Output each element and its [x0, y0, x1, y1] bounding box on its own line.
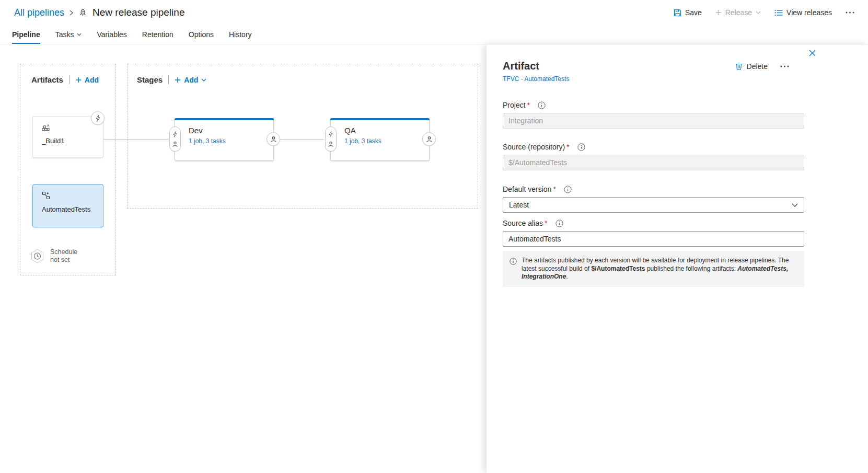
- release-button[interactable]: Release: [715, 8, 761, 17]
- divider: [168, 75, 169, 84]
- artifact-source-link[interactable]: TFVC - AutomatedTests: [503, 75, 569, 83]
- artifact-properties-panel: Artifact Delete: [487, 44, 868, 473]
- artifact-name: _Build1: [42, 137, 98, 145]
- source-repository-input: [503, 155, 804, 170]
- info-icon[interactable]: [538, 101, 546, 109]
- post-deployment-conditions-button[interactable]: [422, 132, 436, 146]
- plus-icon: [175, 77, 181, 83]
- pre-deployment-conditions-button[interactable]: [325, 126, 337, 152]
- info-part5: .: [566, 273, 568, 280]
- project-input: [503, 113, 804, 129]
- lightning-icon: [173, 131, 177, 137]
- default-version-label: Default version: [503, 185, 551, 193]
- person-icon: [328, 141, 334, 147]
- release-pipeline-editor: All pipelines New release pipeline Save …: [0, 0, 868, 473]
- panel-title: Artifact: [503, 60, 539, 72]
- default-version-dropdown[interactable]: Latest: [503, 197, 804, 213]
- artifact-card-build1[interactable]: _Build1: [32, 116, 103, 158]
- default-version-label-row: Default version *: [503, 185, 804, 193]
- person-icon: [426, 136, 433, 143]
- panel-content: Artifact Delete: [487, 44, 868, 287]
- header-actions: Save Release View releases: [674, 8, 854, 17]
- post-deployment-conditions-button[interactable]: [267, 132, 280, 146]
- page-title: New release pipeline: [92, 7, 184, 18]
- person-icon: [172, 141, 178, 147]
- schedule-status: Schedule not set: [50, 248, 77, 264]
- tab-variables[interactable]: Variables: [97, 25, 126, 44]
- source-alias-input[interactable]: [503, 231, 804, 247]
- schedule-line2: not set: [50, 256, 77, 264]
- view-releases-label: View releases: [786, 8, 832, 17]
- stage-jobs-link[interactable]: 1 job, 3 tasks: [189, 137, 226, 145]
- build-artifact-icon: [42, 123, 98, 131]
- more-button[interactable]: [846, 11, 854, 14]
- lightning-icon: [329, 131, 333, 137]
- pre-deployment-conditions-button[interactable]: [169, 126, 181, 152]
- chevron-down-icon: [792, 203, 798, 207]
- tab-pipeline[interactable]: Pipeline: [12, 25, 40, 44]
- pipeline-canvas: Artifacts Add _Build1: [0, 44, 868, 473]
- tab-tasks[interactable]: Tasks: [55, 25, 82, 44]
- project-label: Project: [503, 101, 526, 109]
- divider: [69, 75, 70, 84]
- release-label: Release: [725, 8, 752, 17]
- artifacts-section: Artifacts Add _Build1: [20, 64, 116, 275]
- source-repository-label: Source (repository): [503, 143, 565, 151]
- source-alias-label-row: Source alias *: [503, 219, 804, 227]
- breadcrumb: All pipelines New release pipeline: [14, 7, 184, 18]
- stage-card-qa[interactable]: QA 1 job, 3 tasks: [330, 118, 430, 161]
- chevron-down-icon: [201, 78, 206, 82]
- tab-label: Retention: [142, 30, 173, 39]
- add-artifact-button[interactable]: Add: [75, 76, 99, 84]
- release-pipeline-icon: [78, 8, 87, 17]
- add-artifact-label: Add: [85, 76, 99, 84]
- delete-label: Delete: [747, 62, 768, 71]
- source-alias-label: Source alias: [503, 219, 543, 227]
- tab-label: History: [229, 30, 252, 39]
- test-artifact-icon: [42, 191, 98, 200]
- required-mark: *: [545, 219, 547, 227]
- delete-button[interactable]: Delete: [735, 62, 768, 71]
- stages-title: Stages: [137, 75, 163, 84]
- info-icon[interactable]: [555, 220, 563, 227]
- save-icon: [674, 9, 681, 17]
- save-label: Save: [685, 8, 702, 17]
- ellipsis-icon: [780, 65, 789, 67]
- lightning-icon: [96, 115, 100, 122]
- artifact-card-automatedtests[interactable]: AutomatedTests: [32, 184, 103, 227]
- info-icon[interactable]: [564, 186, 572, 193]
- tab-options[interactable]: Options: [189, 25, 214, 44]
- view-releases-button[interactable]: View releases: [774, 8, 832, 17]
- project-label-row: Project *: [503, 101, 804, 109]
- continuous-deployment-trigger-button[interactable]: [91, 111, 105, 125]
- save-button[interactable]: Save: [674, 8, 702, 17]
- source-repository-label-row: Source (repository) *: [503, 143, 804, 151]
- chevron-down-icon: [77, 33, 82, 36]
- stage-name: QA: [344, 126, 422, 135]
- artifact-name: AutomatedTests: [42, 205, 98, 213]
- schedule-trigger-button[interactable]: Schedule not set: [30, 248, 77, 264]
- artifacts-title: Artifacts: [31, 75, 63, 84]
- artifacts-header: Artifacts Add: [20, 64, 115, 84]
- breadcrumb-all-pipelines[interactable]: All pipelines: [14, 7, 64, 18]
- plus-icon: [75, 77, 82, 83]
- plus-icon: [715, 9, 722, 16]
- tab-label: Tasks: [55, 30, 74, 39]
- close-panel-button[interactable]: [807, 48, 818, 59]
- required-mark: *: [553, 185, 555, 193]
- stage-jobs-link[interactable]: 1 job, 3 tasks: [344, 137, 381, 145]
- info-part2: $/AutomatedTests: [591, 265, 645, 272]
- ellipsis-icon: [846, 11, 854, 14]
- tab-retention[interactable]: Retention: [142, 25, 173, 44]
- pipeline-tabs: Pipeline Tasks Variables Retention Optio…: [0, 25, 868, 44]
- info-icon[interactable]: [577, 143, 585, 151]
- schedule-line1: Schedule: [50, 248, 77, 256]
- tab-history[interactable]: History: [229, 25, 252, 44]
- tab-label: Pipeline: [12, 30, 40, 39]
- artifact-info-message: The artifacts published by each version …: [503, 251, 804, 287]
- tab-label: Variables: [97, 30, 126, 39]
- schedule-clock-icon: [30, 249, 44, 263]
- panel-more-button[interactable]: [780, 65, 789, 67]
- add-stage-button[interactable]: Add: [175, 76, 206, 84]
- stage-card-dev[interactable]: Dev 1 job, 3 tasks: [175, 118, 274, 161]
